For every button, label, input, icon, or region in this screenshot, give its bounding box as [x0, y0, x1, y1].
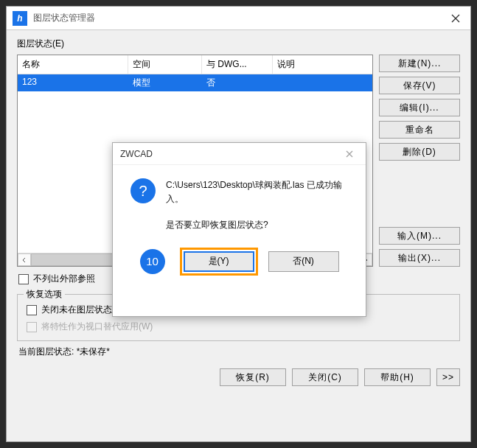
col-desc[interactable]: 说明	[273, 55, 372, 74]
no-button[interactable]: 否(N)	[268, 251, 339, 272]
col-name[interactable]: 名称	[18, 55, 128, 74]
close-button[interactable]: 关闭(C)	[292, 368, 358, 386]
new-button[interactable]: 新建(N)...	[379, 55, 460, 72]
col-space[interactable]: 空间	[128, 55, 202, 74]
delete-button[interactable]: 删除(D)	[379, 143, 460, 161]
section-label: 图层状态(E)	[17, 38, 460, 50]
viewport-override-row: 将特性作为视口替代应用(W)	[27, 321, 452, 333]
yes-button[interactable]: 是(Y)	[184, 251, 254, 272]
dialog-line1: C:\Users\123\Desktop\球阀装配.las 已成功输入。	[166, 178, 355, 206]
titlebar: h 图层状态管理器	[7, 7, 470, 30]
checkbox-icon	[27, 322, 37, 332]
table-row[interactable]: 123 模型 否	[18, 74, 372, 91]
app-icon: h	[13, 11, 27, 26]
dialog-title: ZWCAD	[120, 149, 341, 159]
dialog-close-button[interactable]	[341, 150, 358, 158]
question-icon: ?	[130, 178, 156, 203]
side-buttons: 新建(N)... 保存(V) 编辑(I)... 重命名 删除(D) 输入(M).…	[379, 55, 460, 267]
col-dwg[interactable]: 与 DWG...	[202, 55, 273, 74]
dialog-text: C:\Users\123\Desktop\球阀装配.las 已成功输入。 是否要…	[166, 178, 355, 233]
save-button[interactable]: 保存(V)	[379, 77, 460, 94]
restore-button[interactable]: 恢复(R)	[220, 368, 286, 386]
checkbox-icon[interactable]	[27, 305, 37, 315]
export-button[interactable]: 输出(X)...	[379, 249, 460, 267]
dialog-body: ? C:\Users\123\Desktop\球阀装配.las 已成功输入。 是…	[113, 165, 366, 240]
confirm-dialog: ZWCAD ? C:\Users\123\Desktop\球阀装配.las 已成…	[112, 142, 366, 317]
step-badge: 10	[140, 249, 165, 274]
current-state-status: 当前图层状态: *未保存*	[17, 346, 460, 358]
cell-desc	[273, 74, 372, 91]
restore-options-label: 恢复选项	[24, 288, 65, 301]
bottom-button-row: 恢复(R) 关闭(C) 帮助(H) >>	[17, 368, 460, 386]
callout-highlight: 是(Y)	[180, 248, 258, 276]
help-button[interactable]: 帮助(H)	[364, 368, 431, 386]
dialog-line2: 是否要立即恢复图层状态?	[166, 218, 355, 232]
cell-dwg: 否	[202, 74, 273, 91]
layer-state-manager-window: h 图层状态管理器 图层状态(E) 名称 空间 与 DWG... 说明 123 …	[6, 6, 471, 442]
cell-space: 模型	[128, 74, 202, 91]
cell-name: 123	[18, 74, 128, 91]
dialog-buttons: 10 是(Y) 否(N)	[113, 240, 366, 287]
import-button[interactable]: 输入(M)...	[379, 227, 460, 245]
window-close-button[interactable]	[441, 7, 470, 30]
table-header: 名称 空间 与 DWG... 说明	[18, 55, 372, 74]
scroll-left-button[interactable]	[18, 253, 31, 266]
expand-button[interactable]: >>	[436, 368, 460, 386]
window-title: 图层状态管理器	[33, 12, 441, 24]
rename-button[interactable]: 重命名	[379, 121, 460, 139]
edit-button[interactable]: 编辑(I)...	[379, 99, 460, 116]
viewport-override-label: 将特性作为视口替代应用(W)	[41, 321, 153, 333]
external-refs-label: 不列出外部参照	[33, 273, 95, 285]
dialog-titlebar: ZWCAD	[113, 143, 366, 165]
checkbox-icon[interactable]	[18, 274, 29, 284]
